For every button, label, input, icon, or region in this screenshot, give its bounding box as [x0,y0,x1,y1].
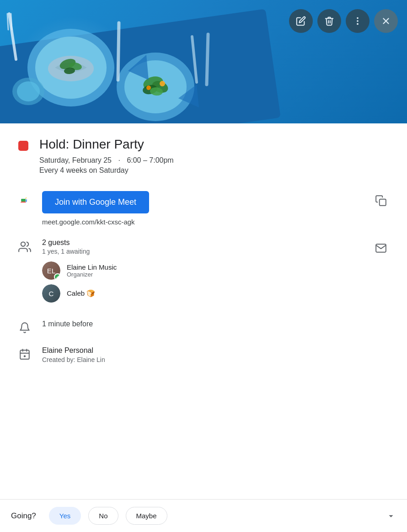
going-label: Going? [11,511,36,521]
svg-rect-32 [380,199,386,206]
bell-icon [18,320,31,334]
guests-content: 2 guests 1 yes, 1 awaiting EL ✓ Elaine L… [42,239,362,307]
svg-rect-31 [21,199,25,202]
content-area: Hold: Dinner Party Saturday, February 25… [0,123,407,422]
rsvp-no-button[interactable]: No [88,507,118,525]
separator: · [118,156,120,164]
guests-count: 2 guests [42,239,362,247]
event-title-row: Hold: Dinner Party [18,136,389,153]
event-meta: Saturday, February 25 · 6:00 – 7:00pm Ev… [39,156,389,175]
svg-point-14 [146,85,151,90]
svg-point-33 [21,242,25,246]
email-guests-button[interactable] [373,240,389,256]
guest-name: Elaine Lin Music [67,263,117,271]
event-color-indicator [18,141,28,151]
edit-button[interactable] [289,9,313,33]
calendar-icon [18,346,31,360]
svg-point-26 [357,20,359,22]
event-recurrence: Every 4 weeks on Saturday [39,166,389,175]
guest-role: Organizer [67,271,117,278]
avatar: C [42,284,60,303]
calendar-creator: Created by: Elaine Lin [42,356,389,363]
guest-item: C Caleb 🍞 [42,284,362,303]
more-options-button[interactable] [346,9,370,33]
meet-icon [18,191,31,207]
svg-line-18 [7,14,8,30]
reminder-section: 1 minute before [18,320,389,334]
svg-point-25 [357,17,359,19]
meet-link: meet.google.com/kkt-cxsc-agk [42,218,362,226]
meet-copy-action [373,191,389,208]
reminder-text: 1 minute before [42,320,389,328]
join-meet-button[interactable]: Join with Google Meet [42,191,149,213]
guest-info: Caleb 🍞 [67,289,95,298]
close-button[interactable] [374,9,398,33]
meet-content: Join with Google Meet meet.google.com/kk… [42,191,362,226]
guests-section: 2 guests 1 yes, 1 awaiting EL ✓ Elaine L… [18,239,389,307]
event-datetime: Saturday, February 25 · 6:00 – 7:00pm [39,156,389,165]
meet-section: Join with Google Meet meet.google.com/kk… [18,191,389,226]
rsvp-more-button[interactable] [386,511,396,521]
delete-button[interactable] [317,9,341,33]
guests-icon [18,239,31,253]
confirmed-check: ✓ [54,273,60,280]
calendar-section: Elaine Personal Created by: Elaine Lin [18,346,389,363]
guest-info: Elaine Lin Music Organizer [67,263,117,278]
toolbar [289,9,398,33]
bottom-bar: Going? Yes No Maybe [0,499,407,532]
svg-point-38 [24,356,26,357]
svg-line-19 [11,14,12,30]
svg-line-20 [118,23,119,80]
event-date: Saturday, February 25 [39,156,112,164]
hero-image [0,0,407,123]
avatar: EL ✓ [42,261,60,280]
email-guests-action [373,239,389,256]
guest-name: Caleb 🍞 [67,289,95,298]
calendar-name: Elaine Personal [42,346,389,355]
rsvp-maybe-button[interactable]: Maybe [126,507,167,525]
copy-link-button[interactable] [373,193,389,208]
avatar-image: C [42,284,60,303]
event-title: Hold: Dinner Party [39,136,144,153]
rsvp-yes-button[interactable]: Yes [49,507,81,525]
guests-status: 1 yes, 1 awaiting [42,248,362,255]
svg-point-16 [17,81,40,101]
guest-item: EL ✓ Elaine Lin Music Organizer [42,261,362,280]
svg-point-13 [160,81,165,86]
svg-line-22 [207,34,208,85]
reminder-content: 1 minute before [42,320,389,328]
svg-rect-34 [20,351,29,360]
event-time: 6:00 – 7:00pm [127,156,173,164]
svg-point-27 [357,23,359,25]
calendar-content: Elaine Personal Created by: Elaine Lin [42,346,389,363]
